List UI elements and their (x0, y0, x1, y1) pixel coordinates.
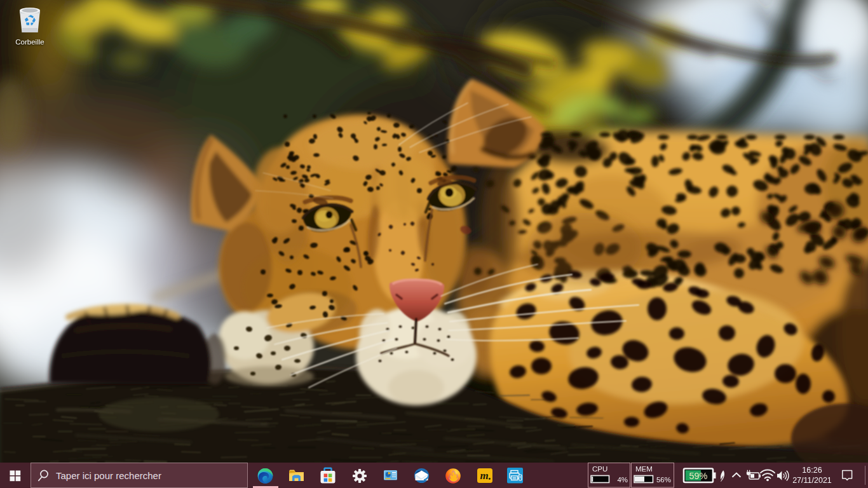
svg-text:CPU: CPU (592, 465, 607, 473)
svg-text:MEM: MEM (635, 465, 653, 473)
svg-text:16:26: 16:26 (802, 466, 822, 475)
svg-text:Corbeille: Corbeille (15, 38, 44, 46)
svg-text:Taper ici pour rechercher: Taper ici pour rechercher (56, 470, 161, 481)
svg-text:27/11/2021: 27/11/2021 (792, 476, 832, 485)
svg-text:m: m (480, 470, 488, 482)
svg-text:4%: 4% (617, 476, 628, 484)
svg-text:56%: 56% (656, 476, 671, 484)
svg-text:59%: 59% (689, 471, 707, 481)
